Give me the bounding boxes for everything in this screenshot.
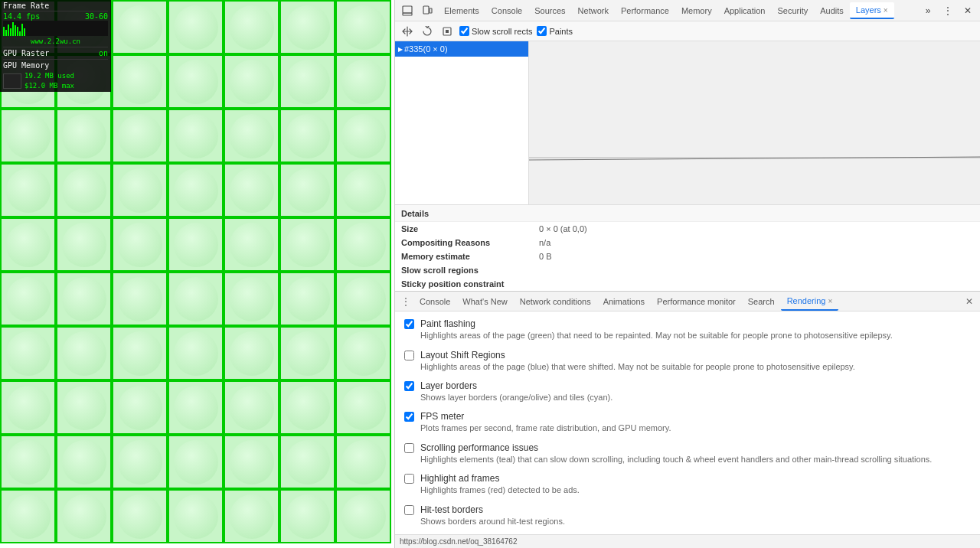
tile-circle xyxy=(6,331,51,376)
tile xyxy=(279,326,335,380)
tile xyxy=(168,163,224,217)
tile-circle xyxy=(118,331,162,376)
details-slow-scroll-value xyxy=(533,263,980,277)
devtools-tab-console[interactable]: Console xyxy=(485,2,528,19)
tile xyxy=(279,380,335,435)
tile xyxy=(335,326,391,380)
drawer-close-btn[interactable]: ✕ xyxy=(962,294,977,309)
fps-chart xyxy=(3,21,108,36)
tile-circle xyxy=(118,440,162,484)
slow-scroll-checkbox[interactable] xyxy=(459,26,469,36)
render-text-highlight_ad: Highlight ad framesHighlights frames (re… xyxy=(420,473,971,496)
drawer-tab-animations[interactable]: Animations xyxy=(597,292,651,311)
devtools-tab-network[interactable]: Network xyxy=(572,2,615,19)
drawer-tab-network-conditions[interactable]: Network conditions xyxy=(514,292,597,311)
slow-scroll-label[interactable]: Slow scroll rects xyxy=(459,26,532,36)
tile xyxy=(168,54,224,109)
devtools-close-btn[interactable]: ✕ xyxy=(959,2,977,19)
tile xyxy=(335,435,391,489)
render-title-fps_meter: FPS meter xyxy=(420,411,971,422)
main-area: Frame Rate 14.4 fps 30-60 www.2.2wu.cn xyxy=(0,0,980,548)
tile xyxy=(168,435,224,489)
tile xyxy=(0,272,56,326)
layer-tree[interactable]: ▶ #335(0 × 0) xyxy=(395,41,529,204)
devtools-tab-security[interactable]: Security xyxy=(771,2,814,19)
devtools-inspect-btn[interactable] xyxy=(398,2,416,19)
render-checkbox-hit_test[interactable] xyxy=(404,505,414,515)
tile xyxy=(112,109,168,163)
layers-move-btn[interactable] xyxy=(400,24,415,39)
tile-circle xyxy=(118,114,162,158)
devtools-toolbar-right: » ⋮ ✕ xyxy=(919,2,977,19)
devtools-tab-layers[interactable]: Layers× xyxy=(850,2,894,19)
gpu-raster-section: GPU Raster on xyxy=(3,47,108,57)
drawer-tab-close-icon[interactable]: × xyxy=(828,297,832,305)
tile-circle xyxy=(62,440,106,484)
url-text: https://blog.csdn.net/oq_38164762 xyxy=(400,537,517,546)
render-title-scrolling_performance: Scrolling performance issues xyxy=(420,442,971,453)
drawer-menu-btn[interactable]: ⋮ xyxy=(398,294,413,309)
layer-viewport[interactable] xyxy=(529,41,980,204)
tile-circle xyxy=(6,114,51,158)
details-slow-scroll-label: Slow scroll regions xyxy=(395,263,533,277)
render-checkbox-layer_borders[interactable] xyxy=(404,381,414,391)
tile-circle xyxy=(6,223,51,267)
tile-circle xyxy=(174,494,218,539)
drawer-tab-performance-monitor[interactable]: Performance monitor xyxy=(651,292,742,311)
tile-circle xyxy=(341,114,386,158)
tile-circle xyxy=(230,168,274,213)
tile xyxy=(224,435,279,489)
tile xyxy=(224,489,279,543)
gpu-memory-label: GPU Memory xyxy=(3,61,49,70)
devtools-more-tabs-btn[interactable]: » xyxy=(919,2,937,19)
devtools-settings-btn[interactable]: ⋮ xyxy=(939,2,957,19)
render-text-layout_shift: Layout Shift RegionsHighlights areas of … xyxy=(420,350,971,373)
devtools-tab-memory[interactable]: Memory xyxy=(675,2,718,19)
gpu-raster-status: on xyxy=(99,49,108,57)
drawer-tab-console[interactable]: Console xyxy=(413,292,456,311)
devtools-tab-sources[interactable]: Sources xyxy=(528,2,571,19)
tile xyxy=(0,489,56,543)
render-text-paint_flashing: Paint flashingHighlights areas of the pa… xyxy=(420,318,971,341)
layers-rotate-btn[interactable] xyxy=(420,24,435,39)
render-checkbox-scrolling_performance[interactable] xyxy=(404,443,414,453)
devtools-tab-audits[interactable]: Audits xyxy=(814,2,850,19)
gpu-memory-used: 19.2 MB used xyxy=(24,71,74,81)
render-checkbox-layout_shift[interactable] xyxy=(404,351,414,360)
paints-checkbox[interactable] xyxy=(537,26,547,36)
tile-circle xyxy=(174,223,218,267)
devtools-tab-application[interactable]: Application xyxy=(718,2,772,19)
paints-label[interactable]: Paints xyxy=(537,26,573,36)
render-checkbox-paint_flashing[interactable] xyxy=(404,319,414,329)
layers-reset-btn[interactable] xyxy=(439,24,455,39)
tile xyxy=(0,163,56,217)
render-title-highlight_ad: Highlight ad frames xyxy=(420,473,971,484)
layer-item[interactable]: ▶ #335(0 × 0) xyxy=(395,41,528,57)
tile xyxy=(279,0,335,54)
devtools-device-btn[interactable] xyxy=(418,2,436,19)
render-title-layout_shift: Layout Shift Regions xyxy=(420,350,971,360)
drawer-tab-search[interactable]: Search xyxy=(742,292,781,311)
tile xyxy=(56,489,112,543)
tile-circle xyxy=(286,440,330,484)
tile-circle xyxy=(174,386,218,430)
render-checkbox-fps_meter[interactable] xyxy=(404,412,414,422)
tile-circle xyxy=(286,114,330,158)
devtools-tab-elements[interactable]: Elements xyxy=(438,2,485,19)
devtools-tab-performance[interactable]: Performance xyxy=(615,2,675,19)
tile xyxy=(112,272,168,326)
details-sticky-value xyxy=(533,277,980,291)
tile xyxy=(56,163,112,217)
drawer-tab-rendering[interactable]: Rendering× xyxy=(781,292,839,311)
render-row-paint_flashing: Paint flashingHighlights areas of the pa… xyxy=(395,315,980,345)
render-checkbox-highlight_ad[interactable] xyxy=(404,474,414,484)
tile xyxy=(56,435,112,489)
tab-close-icon[interactable]: × xyxy=(884,6,888,15)
tile xyxy=(112,380,168,435)
tile xyxy=(279,163,335,217)
details-memory-row: Memory estimate 0 B xyxy=(395,250,980,263)
render-desc-highlight_ad: Highlights frames (red) detected to be a… xyxy=(420,484,971,496)
drawer-tab-what's-new[interactable]: What's New xyxy=(456,292,513,311)
gpu-memory-section: GPU Memory 19.2 MB used $12.0 MB max xyxy=(3,59,108,90)
tile-circle xyxy=(286,5,330,50)
